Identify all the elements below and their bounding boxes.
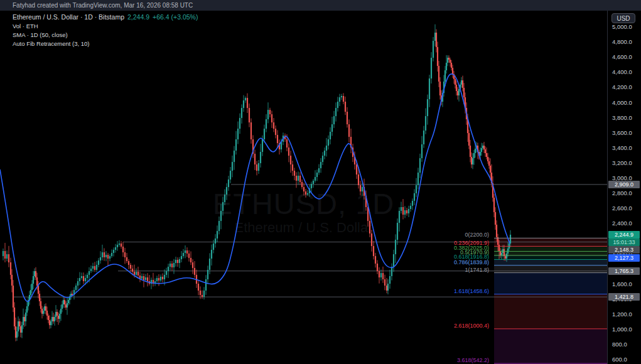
tradingview-snapshot: Fatyhad created with TradingView.com, Ma… <box>0 0 641 364</box>
price-label-sma-value-2,127.3: 2,127.3 <box>608 254 640 262</box>
fib-label-1.618: 1.618(1458.6) <box>454 288 489 294</box>
candle-body <box>48 316 49 320</box>
candle-body <box>431 58 432 78</box>
candle-body <box>19 321 20 326</box>
candle-body <box>389 276 391 284</box>
candle-body <box>326 146 327 151</box>
candle-body <box>58 316 59 319</box>
fib-band-1.618 <box>494 273 607 294</box>
candle-body <box>379 271 380 277</box>
candle-body <box>416 185 417 193</box>
fib-label-0.786: 0.786(1839.8) <box>454 259 489 265</box>
currency-toggle-button[interactable]: USD <box>611 13 635 23</box>
candle-body <box>62 304 63 309</box>
candle-body <box>429 78 430 99</box>
candle-body <box>59 314 60 319</box>
fib-label-2.618: 2.618(1000.4) <box>454 323 489 329</box>
candle-body <box>43 311 44 314</box>
candle-body <box>457 91 458 95</box>
candle-body <box>333 116 335 124</box>
candle-body <box>470 146 471 157</box>
candle-body <box>72 294 73 295</box>
candle-body <box>33 276 34 284</box>
candle-body <box>382 273 384 279</box>
candle-body <box>55 312 57 317</box>
candle-body <box>21 325 23 333</box>
candle-body <box>65 304 67 308</box>
candle-body <box>183 253 184 256</box>
fib-band-0.5 <box>494 251 607 255</box>
candle-body <box>23 317 24 325</box>
candle-body <box>230 171 231 179</box>
candle-body <box>209 259 210 270</box>
axis-tick-1200: 1,200.0 <box>612 311 632 318</box>
candle-body <box>105 255 107 257</box>
axis-tick-1000: 1,000.0 <box>612 326 632 333</box>
candle-body <box>262 139 263 152</box>
candle-body <box>506 254 507 259</box>
candle-body <box>298 176 299 181</box>
candle-body <box>341 96 342 97</box>
axis-tick-3200: 3,200.0 <box>612 159 632 166</box>
fib-band-0.618 <box>494 255 607 260</box>
candle-body <box>260 152 261 163</box>
candle-body <box>328 139 329 146</box>
candle-body <box>102 252 103 257</box>
candle-body <box>269 110 271 114</box>
candle-body <box>271 114 272 122</box>
candle-body <box>38 286 39 294</box>
candle-body <box>81 276 82 278</box>
candle-body <box>290 156 291 164</box>
candle-body <box>446 63 447 70</box>
candle-body <box>362 187 363 191</box>
candle-body <box>347 112 348 124</box>
candle-body <box>130 265 131 269</box>
candle-body <box>220 211 222 221</box>
candle-body <box>181 256 182 259</box>
candle-body <box>26 306 28 313</box>
candle-body <box>421 144 423 158</box>
candle-body <box>377 264 378 271</box>
candle-body <box>404 210 406 215</box>
candle-body <box>122 247 124 252</box>
candle-body <box>423 131 424 144</box>
candle-body <box>436 33 437 47</box>
candle-body <box>475 149 476 153</box>
candle-body <box>207 270 208 279</box>
candle-body <box>132 269 133 272</box>
candle-body <box>85 278 86 281</box>
candle-body <box>98 260 99 265</box>
candle-body <box>79 278 80 281</box>
candle-body <box>250 122 252 139</box>
axis-tick-4800: 4,800.0 <box>612 38 632 45</box>
candle-body <box>386 286 387 291</box>
candle-body <box>305 191 306 195</box>
candle-body <box>156 278 158 281</box>
sma-line[interactable] <box>0 74 510 302</box>
candle-body <box>179 259 180 263</box>
candle-body <box>67 303 68 308</box>
candle-body <box>331 124 333 132</box>
price-label-last-price-2,244.9: 2,244.9 <box>608 231 640 238</box>
fib-band-3.618 <box>494 329 607 363</box>
candle-body <box>425 116 426 131</box>
candle-body <box>437 47 438 66</box>
price-axis[interactable]: USD 5,000.04,800.04,600.04,400.04,200.04… <box>607 11 641 364</box>
candle-body <box>6 254 8 259</box>
candle-body <box>324 151 325 156</box>
candle-body <box>510 235 511 244</box>
candle-body <box>307 193 308 195</box>
candle-body <box>234 151 235 162</box>
candle-body <box>217 231 218 238</box>
axis-tick-5000: 5,000.0 <box>612 23 632 30</box>
candle-body <box>202 295 203 297</box>
candle-body <box>488 161 490 166</box>
candle-body <box>463 88 465 97</box>
candle-body <box>264 129 265 139</box>
candle-body <box>92 266 94 269</box>
candle-body <box>134 272 135 275</box>
fib-label-3.618: 3.618(542.2) <box>457 357 489 363</box>
chart-canvas[interactable] <box>0 0 641 364</box>
candle-body <box>113 250 114 253</box>
candle-body <box>375 256 376 264</box>
